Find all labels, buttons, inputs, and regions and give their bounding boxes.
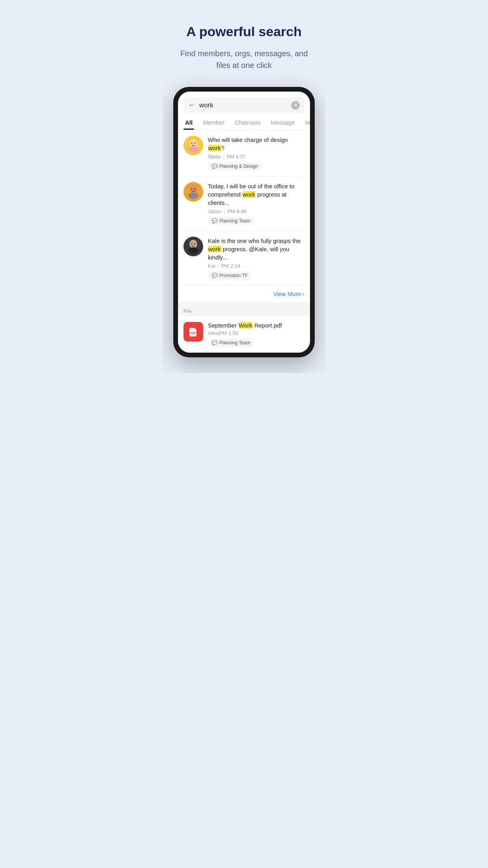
tabs-container: All Member Chatroom Message Workbo... <box>178 114 310 130</box>
svg-point-13 <box>194 243 196 244</box>
tab-chatroom[interactable]: Chatroom <box>233 114 262 130</box>
back-arrow-icon[interactable]: ← <box>188 101 195 109</box>
file-content: September Work Report.pdf Alex|PM 1:59 💬… <box>208 322 305 347</box>
result-message: Who will take charge of design work? <box>208 136 305 152</box>
tab-workbook[interactable]: Workbo... <box>303 114 310 130</box>
avatar <box>183 136 203 155</box>
message-time: PM 6:57 <box>227 154 246 160</box>
file-item[interactable]: PDF September Work Report.pdf Alex|PM 1:… <box>178 316 310 353</box>
svg-point-7 <box>191 188 193 189</box>
tab-all[interactable]: All <box>183 114 194 130</box>
channel-tag[interactable]: 💬 Promotion TF <box>208 271 251 280</box>
svg-text:PDF: PDF <box>190 332 196 335</box>
search-bar-container: ← work ✕ <box>178 92 310 114</box>
svg-point-9 <box>188 193 198 199</box>
hero-title: A powerful search <box>174 24 314 40</box>
view-more-button[interactable]: View More › <box>273 291 305 297</box>
result-content: Today, I will be out of the office to co… <box>208 182 305 225</box>
phone-wrapper: ← work ✕ All Member Chatroom Message Wor… <box>163 87 325 373</box>
chat-icon: 💬 <box>212 164 218 169</box>
result-message: Kale is the one who fully grasps the wor… <box>208 237 305 261</box>
channel-name: Planning & Design <box>219 164 258 169</box>
view-more-label: View More <box>273 291 301 297</box>
tab-message[interactable]: Message <box>269 114 296 130</box>
channel-tag[interactable]: 💬 Planning Team <box>208 338 254 347</box>
message-before: Kale is the one who fully grasps the <box>208 237 301 244</box>
svg-point-11 <box>189 240 197 248</box>
view-more-row: View More › <box>178 286 310 304</box>
chat-icon: 💬 <box>212 218 218 224</box>
svg-point-3 <box>194 142 196 143</box>
message-highlight: work <box>242 191 256 198</box>
avatar <box>183 237 203 256</box>
svg-point-2 <box>191 142 193 143</box>
phone-frame: ← work ✕ All Member Chatroom Message Wor… <box>173 87 315 357</box>
file-time: PM 1:59 <box>219 330 238 336</box>
channel-name: Planning Team <box>219 340 250 346</box>
chat-icon: 💬 <box>212 273 218 278</box>
channel-name: Planning Team <box>219 218 250 224</box>
phone-screen: ← work ✕ All Member Chatroom Message Wor… <box>178 92 310 353</box>
file-sender: Alex <box>208 330 218 336</box>
message-before: Who will take charge of design <box>208 136 288 143</box>
results-list: Who will take charge of design work? Ste… <box>178 130 310 286</box>
svg-point-6 <box>189 185 197 194</box>
result-meta: Kai|PM 2:14 <box>208 263 305 269</box>
file-name-after: Report.pdf <box>253 322 282 329</box>
clear-search-button[interactable]: ✕ <box>291 101 300 110</box>
hero-section: A powerful search Find members, orgs, me… <box>163 0 325 87</box>
sender-name: Jason <box>208 208 222 214</box>
chevron-right-icon: › <box>303 291 305 297</box>
message-time: PM 6:40 <box>227 208 246 214</box>
list-item[interactable]: Who will take charge of design work? Ste… <box>178 130 310 177</box>
svg-point-12 <box>191 243 193 244</box>
result-content: Who will take charge of design work? Ste… <box>208 136 305 171</box>
channel-tag[interactable]: 💬 Planning & Design <box>208 162 262 171</box>
search-bar: ← work ✕ <box>183 97 305 114</box>
result-content: Kale is the one who fully grasps the wor… <box>208 237 305 280</box>
channel-tag[interactable]: 💬 Planning Team <box>208 217 254 225</box>
file-name-before: September <box>208 322 238 329</box>
message-highlight: work <box>208 246 221 252</box>
svg-point-4 <box>188 146 198 153</box>
svg-point-8 <box>194 188 196 189</box>
message-after: ? <box>221 145 224 151</box>
file-meta: Alex|PM 1:59 <box>208 330 305 336</box>
search-query-text[interactable]: work <box>199 101 287 109</box>
svg-point-14 <box>188 247 198 254</box>
sender-name: Kai <box>208 263 215 269</box>
sender-name: Stella <box>208 154 221 160</box>
list-item[interactable]: Today, I will be out of the office to co… <box>178 177 310 231</box>
list-item[interactable]: Kale is the one who fully grasps the wor… <box>178 231 310 286</box>
hero-subtitle: Find members, orgs, messages, and files … <box>174 48 314 71</box>
result-meta: Jason|PM 6:40 <box>208 208 305 214</box>
file-name: September Work Report.pdf <box>208 322 305 329</box>
result-meta: Stella|PM 6:57 <box>208 154 305 160</box>
file-icon: PDF <box>183 322 203 342</box>
avatar <box>183 182 203 202</box>
channel-name: Promotion TF <box>219 273 248 278</box>
message-time: PM 2:14 <box>221 263 240 269</box>
message-highlight: work <box>208 145 221 151</box>
file-section-label: File <box>178 304 310 316</box>
result-message: Today, I will be out of the office to co… <box>208 182 305 207</box>
file-name-highlight: Work <box>238 322 253 329</box>
chat-icon: 💬 <box>212 340 218 346</box>
tab-member[interactable]: Member <box>201 114 226 130</box>
